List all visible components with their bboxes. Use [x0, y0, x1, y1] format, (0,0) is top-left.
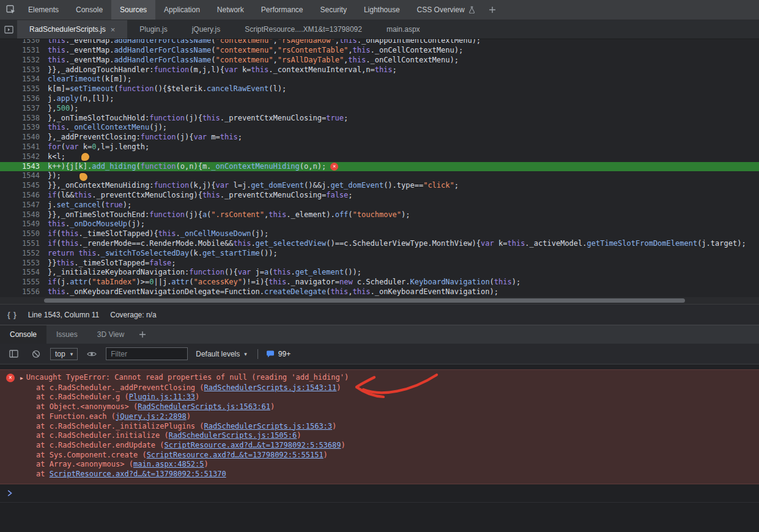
- line-number[interactable]: 1532: [0, 56, 43, 65]
- stack-frame: at Sys.Component.create (ScriptResource.…: [36, 451, 349, 460]
- panel-tab-label: Console: [76, 6, 103, 14]
- line-number[interactable]: 1540: [0, 133, 43, 142]
- toggle-navigator-button[interactable]: [0, 21, 17, 37]
- panel-tab-label: Network: [217, 6, 244, 14]
- file-tab-plugin-js[interactable]: Plugin.js: [127, 20, 179, 39]
- stack-frame-link[interactable]: RadSchedulerScripts.js:1543:11: [204, 383, 337, 392]
- line-number[interactable]: 1541: [0, 142, 43, 152]
- code-row: 1552return this._switchToSelectedDay(k.g…: [0, 249, 759, 259]
- live-expression-button[interactable]: [83, 346, 100, 362]
- console-error-entry: × ▶ Uncaught TypeError: Cannot read prop…: [0, 369, 759, 484]
- inspect-cursor-icon: [6, 5, 16, 15]
- line-number[interactable]: 1550: [0, 229, 43, 239]
- expand-stack-toggle-icon[interactable]: ▶: [20, 374, 23, 383]
- code-line-text: this._onKeyboardEventNavigationDelegate=…: [43, 287, 498, 297]
- pretty-print-icon[interactable]: { }: [7, 311, 17, 319]
- console-prompt[interactable]: [0, 484, 759, 503]
- line-number[interactable]: 1530: [0, 39, 43, 45]
- stack-frame-link[interactable]: main.aspx:4852:5: [133, 460, 204, 468]
- selection-handle-top[interactable]: [81, 153, 89, 161]
- error-body: ▶ Uncaught TypeError: Cannot read proper…: [20, 373, 349, 479]
- stack-frame-link[interactable]: jQuery.js:2:2898: [116, 412, 187, 421]
- panel-tab-security[interactable]: Security: [312, 0, 355, 20]
- line-number[interactable]: 1538: [0, 114, 43, 124]
- file-tab-radschedulerscripts-js[interactable]: RadSchedulerScripts.js×: [17, 20, 127, 39]
- line-number[interactable]: 1552: [0, 249, 43, 259]
- stack-frame-text: ): [324, 451, 328, 459]
- clear-console-button[interactable]: [28, 346, 45, 362]
- line-number[interactable]: 1554: [0, 268, 43, 278]
- line-number[interactable]: 1537: [0, 104, 43, 114]
- line-number[interactable]: 1533: [0, 65, 43, 75]
- line-number[interactable]: 1534: [0, 75, 43, 84]
- console-output: × ▶ Uncaught TypeError: Cannot read prop…: [0, 364, 759, 532]
- panel-tab-lighthouse[interactable]: Lighthouse: [355, 0, 409, 20]
- more-tabs-button[interactable]: [484, 2, 501, 18]
- panel-tab-performance[interactable]: Performance: [253, 0, 312, 20]
- scrollbar-thumb[interactable]: [44, 298, 685, 303]
- file-tab-jquery-js[interactable]: jQuery.js: [180, 20, 232, 39]
- stack-frame-link[interactable]: RadSchedulerScripts.js:1563:3: [204, 422, 333, 430]
- stack-frame-link[interactable]: RadSchedulerScripts.js:1563:61: [138, 402, 270, 411]
- issues-counter[interactable]: 99+: [266, 350, 291, 358]
- file-tab-label: main.aspx: [387, 25, 420, 34]
- code-row: 1534clearTimeout(k[m]);: [0, 75, 759, 84]
- stack-frame-link[interactable]: Plugin.js:11:33: [129, 393, 195, 401]
- javascript-context-selector[interactable]: top ▾: [50, 348, 78, 360]
- line-number[interactable]: 1546: [0, 191, 43, 201]
- panel-tab-css-overview[interactable]: CSS Overview: [409, 0, 484, 20]
- line-number[interactable]: 1543: [0, 162, 43, 172]
- stack-frame-link[interactable]: ScriptResource.axd?d…&t=13798092:5:53689: [165, 441, 341, 449]
- drawer-tab-label: Issues: [56, 330, 78, 339]
- close-tab-icon[interactable]: ×: [111, 26, 116, 34]
- drawer-tab-3d-view[interactable]: 3D View: [87, 325, 134, 344]
- panel-tab-label: Performance: [261, 6, 303, 14]
- panel-tab-application[interactable]: Application: [155, 0, 209, 20]
- inspect-element-button[interactable]: [2, 2, 20, 18]
- file-tab-main-aspx[interactable]: main.aspx: [374, 20, 432, 39]
- line-number[interactable]: 1531: [0, 46, 43, 56]
- horizontal-scrollbar[interactable]: [0, 297, 759, 304]
- selection-handle-bottom[interactable]: [80, 173, 87, 181]
- line-number[interactable]: 1544: [0, 171, 43, 181]
- code-row: 1548}},_onTimeSlotTouchEnd:function(j){a…: [0, 210, 759, 220]
- stack-frame-link[interactable]: ScriptResource.axd?d…&t=13798092:5:51370: [50, 470, 226, 478]
- line-number[interactable]: 1556: [0, 287, 43, 297]
- stack-frame-link[interactable]: ScriptResource.axd?d…&t=13798092:5:55151: [147, 451, 324, 459]
- line-number[interactable]: 1539: [0, 123, 43, 133]
- console-sidebar-toggle-button[interactable]: [5, 346, 22, 362]
- line-number[interactable]: 1553: [0, 259, 43, 268]
- code-line-text: if(l&&this._preventCtxMenuClosing){this.…: [43, 191, 353, 201]
- line-number[interactable]: 1548: [0, 210, 43, 220]
- code-line-text: }},_addLongTouchHandler:function(m,j,l){…: [43, 65, 397, 75]
- drawer-tab-label: 3D View: [97, 330, 124, 339]
- panel-tab-sources[interactable]: Sources: [111, 0, 155, 20]
- stack-frame-text: at Object.<anonymous> (: [36, 402, 138, 411]
- line-number[interactable]: 1535: [0, 84, 43, 94]
- line-number[interactable]: 1545: [0, 181, 43, 191]
- console-filter-input[interactable]: [106, 347, 188, 360]
- panel-tab-network[interactable]: Network: [209, 0, 253, 20]
- log-levels-dropdown[interactable]: Default levels ▾: [193, 350, 250, 358]
- code-row: 1530this._eventMap.addHandlerForClassNam…: [0, 39, 759, 46]
- line-number[interactable]: 1555: [0, 278, 43, 287]
- code-row: 1550if(this._timeSlotTapped){this._onCel…: [0, 229, 759, 239]
- line-number[interactable]: 1542: [0, 152, 43, 162]
- panel-tab-console[interactable]: Console: [67, 0, 111, 20]
- experiment-flask-icon: [468, 6, 475, 13]
- coverage-label: Coverage: n/a: [110, 311, 156, 319]
- file-tabs: RadSchedulerScripts.js×Plugin.jsjQuery.j…: [17, 20, 432, 39]
- stack-frame-link[interactable]: RadSchedulerScripts.js:1505:6: [169, 431, 297, 440]
- line-number[interactable]: 1551: [0, 239, 43, 249]
- line-number[interactable]: 1536: [0, 94, 43, 104]
- drawer-tabs: ConsoleIssues3D View: [0, 325, 134, 344]
- file-tab-scriptresource-xm1-t-13798092[interactable]: ScriptResource....XM1&t=13798092: [232, 20, 374, 39]
- line-number[interactable]: 1549: [0, 220, 43, 229]
- stack-frame-text: at Array.<anonymous> (: [36, 460, 133, 468]
- file-tabbar: RadSchedulerScripts.js×Plugin.jsjQuery.j…: [0, 20, 759, 39]
- drawer-tab-console[interactable]: Console: [0, 325, 46, 344]
- panel-tab-elements[interactable]: Elements: [20, 0, 67, 20]
- line-number[interactable]: 1547: [0, 201, 43, 210]
- drawer-tab-issues[interactable]: Issues: [46, 325, 87, 344]
- add-drawer-tab-button[interactable]: [134, 327, 151, 342]
